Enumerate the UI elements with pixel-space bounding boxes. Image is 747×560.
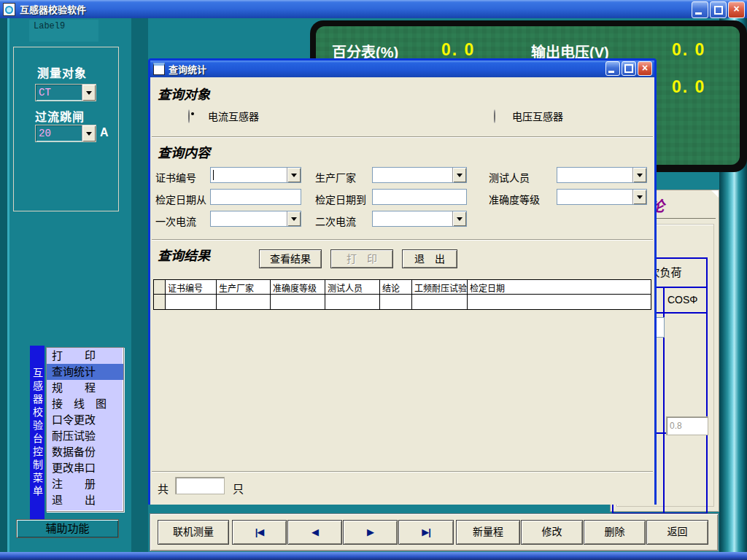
accuracy-label: 准确度等级 bbox=[489, 192, 540, 206]
unit-label: 只 bbox=[233, 481, 244, 496]
tester-combobox[interactable] bbox=[557, 167, 647, 183]
cert-no-combobox[interactable] bbox=[210, 167, 301, 183]
dialog-close-button[interactable]: × bbox=[638, 61, 652, 76]
menu-item-password-change[interactable]: 口令更改 bbox=[47, 412, 123, 428]
accuracy-dropdown-button[interactable] bbox=[632, 190, 646, 204]
minimize-button[interactable] bbox=[692, 1, 708, 18]
date-from-input[interactable] bbox=[210, 189, 301, 205]
radio-current-transformer[interactable] bbox=[188, 109, 190, 123]
trip-dropdown-button[interactable] bbox=[82, 125, 96, 141]
nav-prev-icon: ◀ bbox=[311, 526, 318, 537]
footer-divider bbox=[152, 471, 653, 472]
measure-object-dropdown-button[interactable] bbox=[82, 85, 96, 101]
lcd-percent-value: 0. 0 bbox=[441, 40, 475, 60]
dialog-minimize-button[interactable] bbox=[605, 61, 620, 76]
text-caret bbox=[213, 170, 214, 180]
cos-phi-header: COSΦ bbox=[667, 294, 698, 306]
window-bottom-edge bbox=[0, 552, 747, 560]
primary-current-combobox[interactable] bbox=[210, 211, 301, 227]
col-header-accuracy: 准确度等级 bbox=[271, 280, 325, 294]
radio-voltage-transformer-label[interactable]: 电压互感器 bbox=[512, 109, 563, 123]
nav-next-button[interactable]: ▶ bbox=[343, 520, 398, 545]
background-groove bbox=[131, 18, 148, 552]
nav-prev-button[interactable]: ◀ bbox=[287, 520, 342, 545]
delete-button[interactable]: 删除 bbox=[584, 520, 646, 545]
menu-item-serial-port[interactable]: 更改串口 bbox=[47, 460, 123, 476]
manufacturer-combobox[interactable] bbox=[372, 167, 467, 183]
lcd-voltage-value-2: 0. 0 bbox=[672, 77, 705, 97]
row-selector-header bbox=[154, 280, 166, 294]
radio-current-transformer-label[interactable]: 电流互感器 bbox=[208, 109, 259, 123]
secondary-current-dropdown-button[interactable] bbox=[452, 211, 466, 226]
col-header-conclusion: 结论 bbox=[380, 280, 412, 294]
main-window-title: 互感器校验软件 bbox=[20, 2, 86, 16]
back-button[interactable]: 返回 bbox=[646, 520, 708, 545]
chevron-down-icon bbox=[86, 132, 92, 136]
menu-item-regulation[interactable]: 规 程 bbox=[47, 380, 123, 396]
measurement-panel: 测量对象 CT 过流跳闸 20 A bbox=[13, 47, 119, 211]
maximize-icon bbox=[624, 64, 633, 73]
trip-value: 20 bbox=[36, 125, 82, 141]
accuracy-combobox[interactable] bbox=[557, 189, 647, 205]
date-to-label: 检定日期到 bbox=[315, 192, 366, 206]
menu-item-wiring-diagram[interactable]: 接 线 图 bbox=[47, 396, 123, 412]
secondary-current-combobox[interactable] bbox=[372, 211, 467, 227]
chevron-down-icon bbox=[291, 217, 297, 221]
print-button[interactable]: 打 印 bbox=[330, 249, 393, 268]
nav-next-icon: ▶ bbox=[367, 526, 374, 537]
restore-icon bbox=[714, 6, 723, 15]
menu-item-register[interactable]: 注 册 bbox=[47, 476, 123, 492]
dialog-maximize-button[interactable] bbox=[622, 61, 636, 76]
results-grid-empty-row bbox=[154, 295, 651, 309]
close-button[interactable]: × bbox=[728, 1, 745, 18]
measure-object-label: 测量对象 bbox=[37, 63, 87, 81]
close-icon: × bbox=[638, 62, 651, 74]
menu-item-data-backup[interactable]: 数据备份 bbox=[47, 444, 123, 460]
chevron-down-icon bbox=[457, 217, 462, 221]
measure-object-combobox[interactable]: CT bbox=[35, 84, 96, 101]
nav-first-button[interactable]: |◀ bbox=[232, 520, 287, 545]
measure-object-value: CT bbox=[36, 85, 82, 101]
results-grid[interactable]: 证书编号 生产厂家 准确度等级 测试人员 结论 工频耐压试验 检定日期 bbox=[153, 279, 651, 310]
col-header-withstand: 工频耐压试验 bbox=[412, 280, 468, 294]
new-range-button[interactable]: 新量程 bbox=[456, 520, 520, 545]
menu-item-exit[interactable]: 退 出 bbox=[47, 492, 123, 508]
date-to-input[interactable] bbox=[372, 189, 467, 205]
total-count-input[interactable] bbox=[175, 477, 225, 494]
trip-combobox[interactable]: 20 bbox=[35, 125, 96, 142]
exit-button[interactable]: 退 出 bbox=[402, 249, 457, 268]
query-content-section-title: 查询内容 bbox=[158, 142, 210, 161]
menu-item-withstand-test[interactable]: 耐压试验 bbox=[47, 428, 123, 444]
menu-item-print[interactable]: 打 印 bbox=[47, 348, 123, 364]
chevron-down-icon bbox=[86, 91, 92, 95]
chevron-down-icon bbox=[637, 174, 643, 177]
online-measure-button[interactable]: 联机测量 bbox=[158, 520, 229, 545]
minimize-icon bbox=[695, 12, 702, 15]
section-divider bbox=[152, 136, 653, 138]
minimize-icon bbox=[608, 71, 614, 73]
menu-item-query-stats[interactable]: 查询统计 bbox=[47, 364, 123, 380]
col-header-manufacturer: 生产厂家 bbox=[217, 280, 271, 294]
query-stats-dialog: 查询统计 × 查询对象 电流互感器 电压互感器 查询内容 证书编号 生产厂家 测… bbox=[148, 58, 657, 505]
manufacturer-dropdown-button[interactable] bbox=[452, 168, 466, 182]
trip-unit-label: A bbox=[100, 126, 109, 139]
panel-fold-corner bbox=[711, 190, 719, 198]
restore-button[interactable] bbox=[710, 1, 727, 18]
cos-phi-input-top[interactable] bbox=[666, 416, 708, 435]
dialog-titlebar: 查询统计 × bbox=[150, 61, 654, 77]
control-menu-title-strip: 互感器校验台控制菜单 bbox=[30, 346, 44, 521]
tester-dropdown-button[interactable] bbox=[632, 168, 646, 182]
view-results-button[interactable]: 查看结果 bbox=[259, 249, 322, 268]
cert-no-dropdown-button[interactable] bbox=[287, 168, 301, 182]
primary-current-label: 一次电流 bbox=[155, 214, 196, 228]
radio-voltage-transformer[interactable] bbox=[494, 109, 495, 123]
col-header-date: 检定日期 bbox=[468, 280, 651, 294]
nav-last-button[interactable]: ▶| bbox=[398, 520, 454, 545]
chevron-down-icon bbox=[637, 195, 643, 199]
primary-current-dropdown-button[interactable] bbox=[287, 211, 301, 226]
trip-label: 过流跳闸 bbox=[35, 107, 85, 125]
lcd-voltage-value: 0. 0 bbox=[672, 40, 705, 60]
aux-function-button[interactable]: 辅助功能 bbox=[16, 519, 119, 538]
secondary-current-label: 二次电流 bbox=[315, 214, 356, 228]
modify-button[interactable]: 修改 bbox=[521, 520, 583, 545]
